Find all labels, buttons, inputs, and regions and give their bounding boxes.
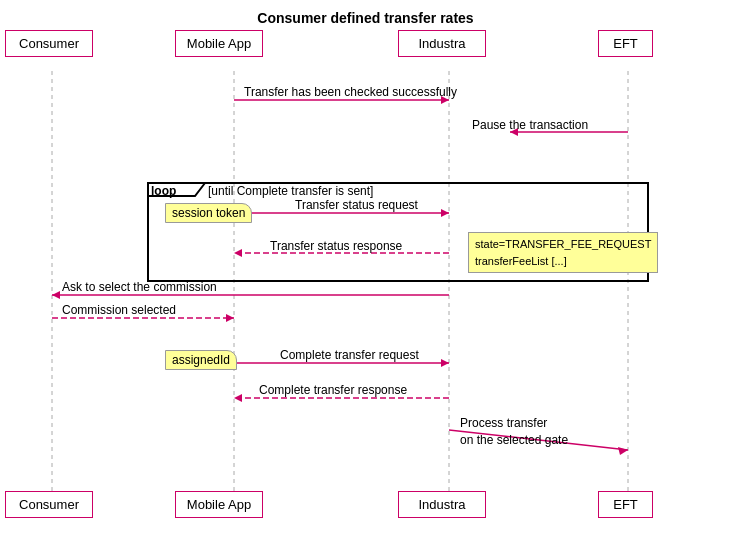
diagram-container: Consumer defined transfer rates	[0, 0, 731, 535]
actor-eft-bottom: EFT	[598, 491, 653, 518]
svg-marker-12	[234, 249, 242, 257]
loop-condition: [until Complete transfer is sent]	[208, 184, 373, 198]
loop-label: loop	[151, 184, 176, 198]
actor-eft-top: EFT	[598, 30, 653, 57]
svg-marker-16	[226, 314, 234, 322]
svg-marker-18	[441, 359, 449, 367]
note-line1: state=TRANSFER_FEE_REQUEST	[475, 238, 651, 250]
msg1-label: Transfer has been checked successfully	[244, 85, 457, 99]
svg-marker-10	[441, 209, 449, 217]
msg2-label: Pause the transaction	[472, 118, 588, 132]
msg7-label: Complete transfer request	[280, 348, 419, 362]
actor-consumer-bottom: Consumer	[5, 491, 93, 518]
session-token-box: session token	[165, 203, 252, 223]
msg3-label: Transfer status request	[295, 198, 418, 212]
svg-marker-20	[234, 394, 242, 402]
actor-industra-top: Industra	[398, 30, 486, 57]
diagram-title: Consumer defined transfer rates	[0, 10, 731, 26]
actor-mobileapp-top: Mobile App	[175, 30, 263, 57]
msg9-line1: Process transfer	[460, 416, 547, 430]
assigned-id-box: assignedId	[165, 350, 237, 370]
note-transfer-fee: state=TRANSFER_FEE_REQUEST transferFeeLi…	[468, 232, 658, 273]
note-line2: transferFeeList [...]	[475, 255, 567, 267]
msg5-label: Ask to select the commission	[62, 280, 217, 294]
actor-mobileapp-bottom: Mobile App	[175, 491, 263, 518]
msg6-label: Commission selected	[62, 303, 176, 317]
svg-marker-14	[52, 291, 60, 299]
msg9-line2: on the selected gate	[460, 433, 568, 447]
msg4-label: Transfer status response	[270, 239, 402, 253]
svg-marker-22	[618, 447, 628, 455]
actor-consumer-top: Consumer	[5, 30, 93, 57]
msg8-label: Complete transfer response	[259, 383, 407, 397]
actor-industra-bottom: Industra	[398, 491, 486, 518]
msg9-label: Process transfer on the selected gate	[460, 415, 568, 449]
